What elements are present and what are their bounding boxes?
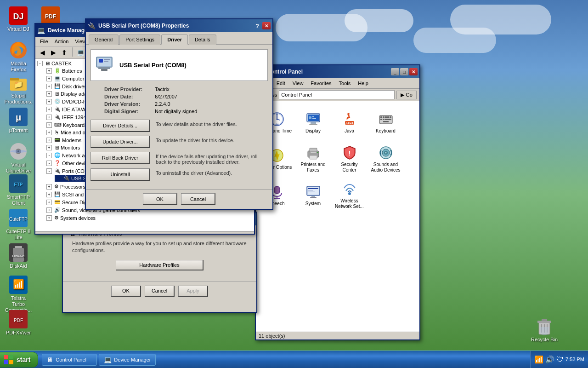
- sp-cancel-btn[interactable]: Cancel: [145, 286, 175, 297]
- hw-profiles-btn[interactable]: Hardware Profiles: [116, 260, 203, 270]
- uninstall-desc: To uninstall the driver (Advanced).: [156, 168, 268, 176]
- usb-tab-strip: General Port Settings Driver Details: [86, 32, 272, 45]
- cp-menu-help[interactable]: Help: [355, 79, 372, 87]
- dm-menu-file[interactable]: File: [37, 38, 51, 45]
- dm-back-btn[interactable]: ◀: [37, 47, 47, 58]
- cp-menu-view[interactable]: View: [289, 79, 307, 87]
- cp-item-security[interactable]: ! Security Center: [332, 141, 367, 176]
- tab-general[interactable]: General: [89, 34, 119, 45]
- svg-point-37: [276, 118, 277, 120]
- svg-rect-85: [101, 69, 107, 71]
- printers-icon: [305, 144, 322, 161]
- cp-item-printers[interactable]: Printers and Faxes: [296, 141, 330, 176]
- svg-rect-55: [380, 119, 382, 120]
- display-icon: [305, 111, 322, 127]
- cp-item-display[interactable]: Display: [296, 105, 330, 139]
- hw-profiles-desc: Hardware profiles provide a way for you …: [70, 240, 249, 254]
- usb-close-btn[interactable]: ✕: [262, 22, 271, 29]
- control-panel-window: 🖥 Control Panel _ □ ✕ File Edit View Fav…: [255, 64, 420, 340]
- start-button[interactable]: start: [0, 352, 38, 368]
- svg-rect-76: [310, 197, 317, 198]
- desktop-icon-cuteftp[interactable]: CuteFTP CuteFTP 8 Lite: [2, 207, 34, 242]
- desktop-icon-virtual-dj[interactable]: DJ Virtual DJ: [2, 5, 34, 34]
- tab-details[interactable]: Details: [189, 34, 216, 45]
- cp-icon-grid: 12 12 Date and Time: [256, 101, 419, 216]
- desktop-icon-recycle-bin[interactable]: Recycle Bin: [528, 315, 560, 345]
- svg-rect-50: [380, 116, 382, 118]
- keyboard-icon: [378, 111, 394, 127]
- desktop-icon-smartftp[interactable]: FTP SmartFTP Client: [2, 172, 34, 208]
- tray-time: 7:52 PM: [565, 356, 584, 362]
- svg-rect-88: [104, 61, 108, 62]
- dm-computer-icon: 🖥: [45, 61, 50, 66]
- printers-label: Printers and Faxes: [298, 162, 328, 173]
- dm-root-expand[interactable]: -: [37, 61, 43, 66]
- uninstall-btn[interactable]: Uninstall: [90, 168, 150, 181]
- cp-address-input[interactable]: [279, 90, 395, 99]
- driver-date-label: Driver Date:: [90, 94, 155, 99]
- desktop-icon-utorrent[interactable]: μ µTorrent: [2, 106, 34, 135]
- tab-port-settings[interactable]: Port Settings: [119, 34, 160, 45]
- cp-taskbar-label: Control Panel: [56, 357, 86, 362]
- driver-details-btn[interactable]: Driver Details...: [90, 120, 150, 132]
- display-label: Display: [305, 128, 321, 134]
- cp-minimize-btn[interactable]: _: [391, 68, 399, 75]
- svg-rect-86: [99, 59, 103, 63]
- driver-details-desc: To view details about the driver files.: [156, 120, 268, 127]
- cp-item-wireless[interactable]: Wireless Network Set...: [332, 178, 367, 212]
- roll-back-btn[interactable]: Roll Back Driver: [90, 152, 150, 164]
- driver-provider-row: Driver Provider: Tactrix: [90, 86, 268, 93]
- svg-rect-87: [104, 59, 110, 60]
- svg-rect-61: [310, 148, 317, 152]
- cp-item-system[interactable]: System: [296, 178, 330, 212]
- dm-menu-action[interactable]: Action: [52, 38, 72, 45]
- svg-point-14: [10, 150, 27, 153]
- windows-logo: [4, 355, 14, 365]
- desktop-icon-firefox[interactable]: Mozilla Firefox: [2, 39, 34, 75]
- usb-props-dialog: 🔌 USB Serial Port (COM8) Properties ? ✕ …: [85, 18, 273, 210]
- cp-menu-favorites[interactable]: Favorites: [307, 79, 334, 87]
- svg-rect-79: [308, 191, 315, 191]
- system-tray: 📶 🔊 🛡 7:52 PM: [530, 351, 588, 368]
- taskbar-btn-control-panel[interactable]: 🖥 Control Panel: [42, 354, 97, 366]
- update-driver-btn[interactable]: Update Driver...: [90, 136, 150, 148]
- tray-security-icon: 🛡: [556, 356, 564, 364]
- cp-item-sounds[interactable]: Sounds and Audio Devices: [368, 141, 403, 176]
- svg-text:DiskAid: DiskAid: [12, 254, 24, 258]
- svg-rect-53: [387, 116, 389, 118]
- cp-maximize-btn[interactable]: □: [400, 68, 408, 75]
- usb-dialog-title: USB Serial Port (COM8) Properties: [98, 23, 253, 29]
- desktop-icon-pdfxvwer[interactable]: PDF PDFXVwer: [2, 308, 34, 338]
- cp-statusbar: 11 object(s): [256, 332, 419, 339]
- svg-rect-90: [9, 355, 13, 359]
- system-label: System: [305, 201, 321, 207]
- desktop-icon-virtual-clone[interactable]: Virtual CloneDrive: [2, 140, 34, 176]
- cp-item-keyboard[interactable]: Keyboard: [368, 105, 403, 139]
- dm-forward-btn[interactable]: ▶: [48, 47, 58, 58]
- dm-show-devices-btn[interactable]: 💻: [75, 47, 85, 58]
- svg-point-81: [348, 192, 351, 195]
- usb-help-btn[interactable]: ?: [253, 22, 261, 29]
- cp-menu-tools[interactable]: Tools: [336, 79, 354, 87]
- cp-go-btn[interactable]: ▶ Go: [396, 91, 417, 99]
- usb-driver-content: USB Serial Port (COM8) Driver Provider: …: [86, 45, 272, 189]
- taskbar-btn-device-manager[interactable]: 💻 Device Manager: [99, 354, 156, 366]
- driver-signer-row: Digital Signer: Not digitally signed: [90, 108, 268, 115]
- cp-close-btn[interactable]: ✕: [409, 68, 418, 75]
- usb-title-bar: 🔌 USB Serial Port (COM8) Properties ? ✕: [86, 19, 272, 32]
- dm-node-system-devices[interactable]: +⚙System devices: [45, 214, 253, 221]
- usb-ok-btn[interactable]: OK: [143, 193, 177, 205]
- cp-item-java[interactable]: JAVA Java: [332, 105, 367, 139]
- dm-up-btn[interactable]: ⬆: [59, 47, 69, 58]
- usb-cancel-btn[interactable]: Cancel: [181, 193, 215, 205]
- dm-root-label: CASTEK: [51, 61, 72, 66]
- tab-driver[interactable]: Driver: [161, 34, 188, 45]
- dm-taskbar-label: Device Manager: [114, 357, 151, 362]
- security-label: Security Center: [334, 162, 365, 173]
- svg-text:12: 12: [276, 113, 278, 115]
- sp-apply-btn[interactable]: Apply: [178, 286, 208, 297]
- desktop-icon-diskaid[interactable]: DiskAid DiskAid: [2, 242, 34, 271]
- driver-device-icon: [95, 53, 114, 77]
- cp-menu-edit[interactable]: Edit: [273, 79, 288, 87]
- sp-ok-btn[interactable]: OK: [111, 286, 141, 297]
